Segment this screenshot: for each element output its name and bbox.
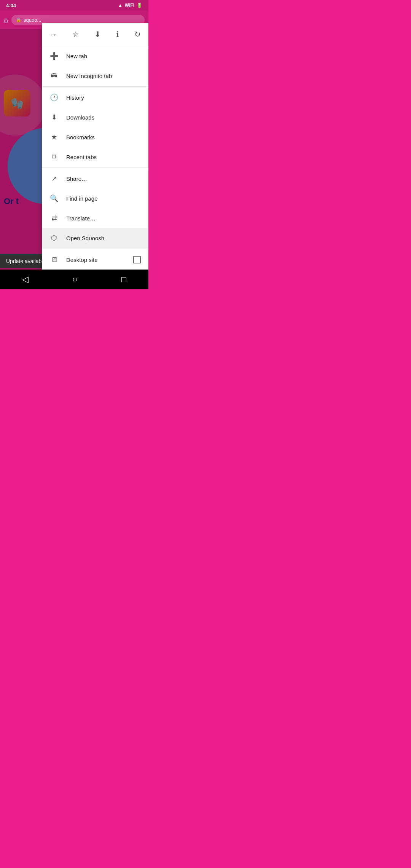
downloads-label: Downloads bbox=[66, 114, 141, 121]
find-in-page-icon: 🔍 bbox=[49, 194, 59, 203]
lock-icon: 🔒 bbox=[16, 18, 21, 22]
menu-item-bookmarks[interactable]: ★Bookmarks bbox=[42, 127, 148, 147]
divider-after-new-incognito bbox=[42, 86, 148, 87]
refresh-button[interactable]: ↻ bbox=[131, 27, 144, 42]
desktop-site-checkbox[interactable] bbox=[133, 256, 141, 263]
menu-item-recent-tabs[interactable]: ⧉Recent tabs bbox=[42, 147, 148, 167]
history-icon: 🕐 bbox=[49, 93, 59, 102]
status-bar: 4:04 ▲ WiFi 🔋 bbox=[0, 0, 148, 11]
menu-items-list: ➕New tab🕶New Incognito tab🕐History⬇Downl… bbox=[42, 46, 148, 289]
new-tab-icon: ➕ bbox=[49, 51, 59, 61]
divider-after-recent-tabs bbox=[42, 168, 148, 168]
download-button[interactable]: ⬇ bbox=[91, 27, 104, 42]
recent-tabs-label: Recent tabs bbox=[66, 154, 141, 160]
open-squoosh-label: Open Squoosh bbox=[66, 235, 141, 241]
menu-item-history[interactable]: 🕐History bbox=[42, 88, 148, 107]
dropdown-menu: → ☆ ⬇ ℹ ↻ ➕New tab🕶New Incognito tab🕐His… bbox=[42, 23, 148, 289]
translate-label: Translate… bbox=[66, 215, 141, 222]
share-label: Share… bbox=[66, 176, 141, 182]
info-button[interactable]: ℹ bbox=[113, 27, 122, 42]
menu-item-find-in-page[interactable]: 🔍Find in page bbox=[42, 188, 148, 208]
home-nav-button[interactable]: ○ bbox=[65, 271, 85, 287]
wifi-icon: WiFi bbox=[125, 3, 134, 8]
history-label: History bbox=[66, 94, 141, 101]
desktop-site-icon: 🖥 bbox=[49, 255, 59, 264]
bookmarks-icon: ★ bbox=[49, 132, 59, 142]
menu-item-downloads[interactable]: ⬇Downloads bbox=[42, 107, 148, 127]
recents-icon: □ bbox=[121, 274, 126, 284]
download-icon: ⬇ bbox=[94, 30, 101, 39]
menu-item-share[interactable]: ↗Share… bbox=[42, 169, 148, 188]
bookmark-star-icon: ☆ bbox=[72, 30, 79, 39]
battery-icon: 🔋 bbox=[137, 3, 142, 8]
home-nav-icon: ○ bbox=[72, 274, 77, 284]
info-icon: ℹ bbox=[116, 30, 119, 39]
forward-button[interactable]: → bbox=[46, 27, 60, 42]
open-squoosh-icon: ⬡ bbox=[49, 233, 59, 243]
signal-icon: ▲ bbox=[118, 3, 123, 8]
menu-item-new-incognito[interactable]: 🕶New Incognito tab bbox=[42, 66, 148, 86]
status-icons: ▲ WiFi 🔋 bbox=[118, 3, 142, 8]
share-icon: ↗ bbox=[49, 174, 59, 183]
find-in-page-label: Find in page bbox=[66, 195, 141, 202]
home-icon[interactable]: ⌂ bbox=[4, 16, 8, 24]
back-icon: ◁ bbox=[22, 274, 29, 284]
update-message: Update available bbox=[6, 258, 46, 264]
refresh-icon: ↻ bbox=[134, 30, 141, 39]
recents-nav-button[interactable]: □ bbox=[114, 271, 134, 287]
forward-icon: → bbox=[49, 30, 57, 39]
downloads-icon: ⬇ bbox=[49, 113, 59, 122]
menu-item-translate[interactable]: ⇄Translate… bbox=[42, 208, 148, 228]
menu-item-desktop-site[interactable]: 🖥Desktop site bbox=[42, 250, 148, 270]
url-text: squoo... bbox=[24, 17, 41, 23]
new-tab-label: New tab bbox=[66, 53, 141, 59]
menu-item-new-tab[interactable]: ➕New tab bbox=[42, 46, 148, 66]
translate-icon: ⇄ bbox=[49, 214, 59, 223]
bookmark-button[interactable]: ☆ bbox=[69, 27, 82, 42]
new-incognito-icon: 🕶 bbox=[49, 71, 59, 80]
time: 4:04 bbox=[6, 3, 16, 8]
desktop-site-label: Desktop site bbox=[66, 257, 126, 263]
bookmarks-label: Bookmarks bbox=[66, 134, 141, 140]
divider-after-open-squoosh bbox=[42, 249, 148, 249]
nav-bar: ◁ ○ □ bbox=[0, 270, 148, 289]
new-incognito-label: New Incognito tab bbox=[66, 73, 141, 79]
menu-toolbar: → ☆ ⬇ ℹ ↻ bbox=[42, 23, 148, 46]
back-nav-button[interactable]: ◁ bbox=[14, 271, 36, 287]
menu-item-open-squoosh[interactable]: ⬡Open Squoosh bbox=[42, 228, 148, 248]
recent-tabs-icon: ⧉ bbox=[49, 152, 59, 161]
